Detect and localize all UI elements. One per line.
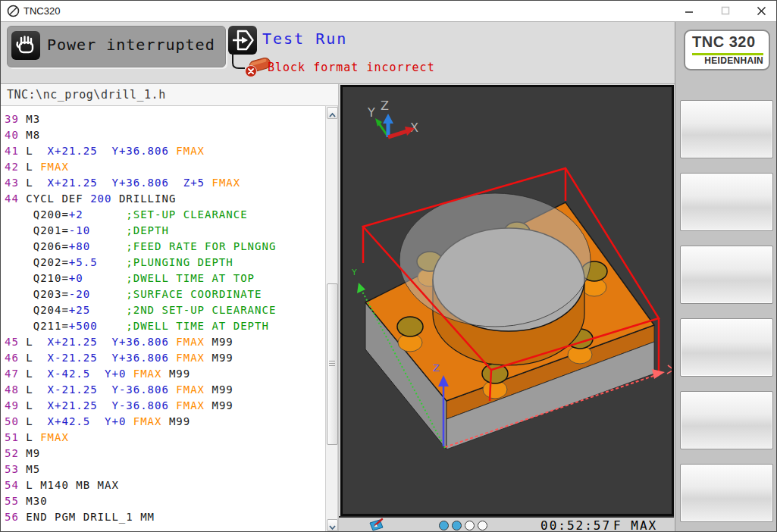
scroll-up-button[interactable] — [327, 107, 338, 119]
workpiece-tool-icon — [368, 518, 386, 532]
softkey-button-4[interactable] — [680, 318, 773, 377]
error-connector-and-icon — [228, 52, 274, 83]
close-button[interactable] — [748, 1, 774, 21]
progress-dot — [478, 521, 487, 530]
titlebar: TNC320 — [1, 1, 776, 22]
datum-z-label: Z — [433, 362, 440, 374]
feed-rate: F MAX — [613, 518, 657, 532]
softkey-button-3[interactable] — [680, 246, 773, 304]
code-line[interactable]: 50 L X+42.5 Y+0 FMAX M99 — [5, 414, 276, 430]
code-line[interactable]: 48 L X-21.25 Y-36.806 FMAX M99 — [5, 382, 276, 398]
code-line[interactable]: Q200=+2 ;SET-UP CLEARANCE — [5, 207, 276, 223]
progress-dot — [465, 521, 475, 530]
code-line[interactable]: 44 CYCL DEF 200 DRILLING — [5, 191, 276, 207]
code-line[interactable]: 45 L X+21.25 Y+36.806 FMAX M99 — [5, 334, 276, 350]
code-line[interactable]: 51 L FMAX — [5, 430, 276, 446]
datum-y-label: Y — [351, 268, 357, 277]
program-code: 39 M340 M841 L X+21.25 Y+36.806 FMAX42 L… — [5, 111, 276, 525]
machining-time: 00:52:57 — [540, 518, 611, 532]
error-badge-icon — [246, 66, 257, 77]
softkey-button-2[interactable] — [680, 173, 773, 231]
active-mode-label: Test Run — [262, 30, 347, 48]
progress-dot — [439, 521, 449, 530]
code-line[interactable]: Q201=-10 ;DEPTH — [5, 223, 276, 239]
triad-y-label: Y — [367, 105, 375, 120]
code-line[interactable]: 49 L X+21.25 Y-36.806 FMAX M99 — [5, 398, 276, 414]
code-line[interactable]: Q211=+500 ;DWELL TIME AT DEPTH — [5, 318, 276, 334]
brand-model-label: TNC 320 — [692, 33, 756, 51]
tnc320-window: TNC320 Power interrupted — [0, 0, 777, 532]
softkey-button-1[interactable] — [680, 100, 773, 158]
softkey-sidebar: TNC 320 HEIDENHAIN — [675, 22, 777, 532]
maximize-button[interactable] — [713, 1, 738, 21]
hand-icon — [11, 31, 40, 60]
code-line[interactable]: 54 L M140 MB MAX — [5, 477, 276, 493]
code-line[interactable]: Q203=-20 ;SURFACE COORDINATE — [5, 286, 276, 302]
background-mode-label: Power interrupted — [47, 36, 215, 54]
code-line[interactable]: 41 L X+21.25 Y+36.806 FMAX — [5, 143, 276, 159]
test-run-icon — [228, 26, 257, 55]
background-mode-box: Power interrupted — [7, 26, 226, 67]
softkey-button-5[interactable] — [680, 391, 773, 449]
code-line[interactable]: 39 M3 — [5, 111, 276, 127]
code-line[interactable]: Q210=+0 ;DWELL TIME AT TOP — [5, 271, 276, 286]
progress-dot — [452, 521, 462, 530]
code-line[interactable]: 40 M8 — [5, 127, 276, 143]
error-message: Block format incorrect — [268, 61, 435, 74]
transparent-stock — [399, 193, 591, 327]
brand-logo: TNC 320 HEIDENHAIN — [684, 30, 770, 70]
brand-company-label: HEIDENHAIN — [704, 55, 763, 66]
progress-dots — [439, 521, 490, 532]
code-line[interactable]: 43 L X+21.25 Y+36.806 Z+5 FMAX — [5, 175, 276, 191]
program-path: TNC:\nc_prog\drill_1.h — [1, 84, 338, 106]
code-line[interactable]: 56 END PGM DRILL_1 MM — [5, 509, 276, 525]
code-scrollbar[interactable] — [325, 105, 338, 532]
code-line[interactable]: 52 M9 — [5, 446, 276, 462]
simulation-statusbar: 00:52:57 F MAX — [339, 516, 674, 532]
simulation-canvas: Y Z X — [343, 87, 672, 514]
mode-header: Power interrupted Test Run Block format … — [1, 22, 675, 84]
triad-z-label: Z — [381, 99, 389, 113]
scroll-down-button[interactable] — [327, 519, 338, 531]
drill-hole — [397, 317, 423, 352]
minimize-button[interactable] — [676, 1, 702, 21]
program-editor: TNC:\nc_prog\drill_1.h 39 M340 M841 L X+… — [1, 84, 339, 532]
code-line[interactable]: 47 L X-42.5 Y+0 FMAX M99 — [5, 366, 276, 382]
code-line[interactable]: 53 M5 — [5, 462, 276, 477]
window-title: TNC320 — [23, 1, 60, 21]
code-line[interactable]: 46 L X-21.25 Y+36.806 FMAX M99 — [5, 350, 276, 366]
softkey-button-6[interactable] — [680, 464, 773, 522]
code-line[interactable]: Q204=+25 ;2ND SET-UP CLEARANCE — [5, 302, 276, 318]
app-logo-icon — [7, 5, 20, 20]
simulation-viewport[interactable]: Y Z X — [340, 85, 674, 516]
code-line[interactable]: 42 L FMAX — [5, 159, 276, 175]
code-line[interactable]: Q202=+5.5 ;PLUNGING DEPTH — [5, 255, 276, 271]
code-line[interactable]: 55 M30 — [5, 493, 276, 509]
code-line[interactable]: Q206=+80 ;FEED RATE FOR PLNGNG — [5, 239, 276, 255]
scrollbar-thumb[interactable] — [327, 283, 338, 445]
